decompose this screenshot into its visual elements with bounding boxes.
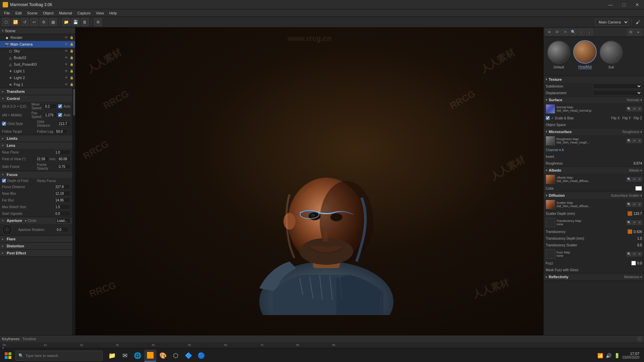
surface-section-header[interactable]: ▾ Surface Normals ▾ [544,97,644,103]
albedo-subtitle[interactable]: Albedo ▾ [629,169,642,172]
scene-item-light2[interactable]: ☀ Light 2 👁 🔒 [0,74,75,81]
roughness-search[interactable]: 🔍 [627,138,631,143]
roughness-reload[interactable]: ↺ [632,138,637,143]
albedo-reload[interactable]: ↺ [632,177,637,182]
frame-opacity-value[interactable]: 0.75 [57,164,70,169]
albedo-search[interactable]: 🔍 [627,177,631,182]
menu-edit[interactable]: Edit [13,10,24,16]
timeline-expand-btn[interactable]: ↕ [637,337,642,341]
taskbar-app-chrome[interactable]: 🔵 [195,350,207,362]
translucency-color[interactable] [628,229,632,234]
trans-depth-val[interactable]: 1.0 [637,237,642,240]
scene-eye-fog1[interactable]: 👁 [64,82,68,87]
scale-bias-checkbox[interactable] [546,116,550,120]
toolbar-btn-3[interactable]: ↺ [21,18,29,26]
follow-lag-value[interactable]: 50.0 [54,129,68,134]
aperture-dropdown[interactable]: ▾ [25,219,26,223]
network-icon[interactable]: 📶 [597,353,603,358]
scene-lock-render[interactable]: 🔒 [69,35,74,40]
scene-lock-suit[interactable]: 🔒 [69,62,74,67]
close-button[interactable]: ✕ [631,0,644,9]
albedo-clear[interactable]: ✕ [637,177,642,182]
toolbar-btn-6[interactable]: ▦ [49,18,57,26]
scene-lock-fog1[interactable]: 🔒 [69,82,74,87]
camera-selector[interactable]: Main Camera [595,19,629,25]
fuzz-clear[interactable]: ✕ [637,252,642,256]
scene-eye-light1[interactable]: 👁 [64,69,68,73]
transform-section-header[interactable]: ▸ Transform [0,88,72,95]
focus-dist-value[interactable]: 227.8 [54,184,70,189]
roughness-subtitle[interactable]: Roughness ▾ [623,130,642,134]
distortion-section-header[interactable]: ▸ Distortion [0,243,72,249]
orbit-dist-value[interactable]: 213.7 [57,121,70,126]
scatter-depth-color[interactable] [628,211,632,216]
rt-btn-5[interactable]: ↑ [578,29,585,36]
trans-scatter-val[interactable]: 0.5 [637,243,642,247]
toolbar-btn-7[interactable]: 📁 [62,18,70,26]
scene-lock-body02[interactable]: 🔒 [69,55,74,60]
control-section-header[interactable]: ▾ Control [0,95,72,102]
scene-item-sky[interactable]: ◻ Sky 👁 🔒 [0,48,75,54]
flare-section-header[interactable]: ▸ Flare [0,236,72,242]
rt-btn-8[interactable]: ▸ [635,29,642,36]
fov-value[interactable]: 22.58 [35,156,49,162]
microsurface-section-header[interactable]: ▾ Microsurface Roughness ▾ [544,128,644,135]
flip-x-label[interactable]: Flip X [611,116,620,120]
surface-normals-label[interactable]: Normals ▾ [627,98,642,102]
flip-z-label[interactable]: Flip Z [634,116,642,120]
minimize-button[interactable]: — [604,0,617,9]
toolbar-btn-1[interactable]: ⬡ [2,18,10,26]
mat-label-suit[interactable]: Suit [608,65,614,69]
flip-y-label[interactable]: Flip Y [623,116,631,120]
menu-help[interactable]: Help [107,10,120,16]
toolbar-btn-8[interactable]: 💾 [71,18,79,26]
albedo-color-swatch[interactable] [635,186,642,191]
scene-lock-light2[interactable]: 🔒 [69,75,74,80]
lens-section-header[interactable]: ▾ Lens [0,142,72,149]
dof-checkbox[interactable] [2,179,6,183]
paintbrush-button[interactable]: 🖌 [634,18,642,26]
move-speed-value[interactable]: 0.2 [43,104,57,109]
taskbar-app-zbrush[interactable]: 🔷 [182,350,195,362]
diffusion-section-header[interactable]: ▾ Diffusion Subsurface Scatter ▾ [544,192,644,199]
focus-section-header[interactable]: ▾ Focus [0,171,72,178]
scene-item-light1[interactable]: ☀ Light 1 👁 🔒 [0,68,75,74]
taskbar-app-browser[interactable]: 🌐 [131,350,144,362]
mat-preview-suit[interactable] [599,41,623,64]
mat-preview-headmat[interactable] [573,40,597,64]
mat-label-headmat[interactable]: HeadMat [578,65,592,69]
scene-item-main-camera[interactable]: 📷 Main Camera 👁 🔒 [0,41,75,48]
scatter-reload[interactable]: ↺ [632,202,637,207]
mm-value[interactable]: 60.08 [57,156,70,162]
toolbar-btn-2[interactable]: 🔁 [11,18,19,26]
scatter-clear[interactable]: ✕ [637,202,642,207]
albedo-section-header[interactable]: ▾ Albedo Albedo ▾ [544,167,644,174]
mat-label-default[interactable]: Default [553,65,564,69]
limits-section-header[interactable]: ▸ Limits [0,135,72,142]
far-blur-value[interactable]: 14.95 [54,197,70,203]
menu-object[interactable]: Object [40,10,56,16]
taskbar-search[interactable]: 🔍 Type here to search [15,351,103,361]
scene-item-render[interactable]: ◆ Render 👁 🔒 [0,34,75,41]
viewport[interactable]: www.rrcg.cn 人人素材 人人素材 RRCG RRCG RRCG 人人素… [75,27,543,335]
roughness-clear[interactable]: ✕ [637,138,642,143]
scene-lock-sky[interactable]: 🔒 [69,49,74,53]
aperture-load-btn[interactable]: Load... [55,218,70,223]
scene-eye-body02[interactable]: 👁 [64,55,68,60]
start-button[interactable] [2,350,14,362]
roughness-val[interactable]: 0.574 [634,162,642,165]
scatter-search[interactable]: 🔍 [627,202,631,207]
menu-file[interactable]: File [1,10,13,16]
normal-map-search[interactable]: 🔍 [627,107,631,111]
max-bokeh-value[interactable]: 1.5 [54,204,70,209]
taskbar-app-photoshop[interactable]: 🎨 [157,350,169,362]
orbit-style-checkbox[interactable] [2,122,6,126]
reflectivity-section-header[interactable]: ▸ Reflectivity Metalness ▾ [544,274,644,280]
battery-icon[interactable]: 🔋 [614,353,620,358]
toolbar-btn-4[interactable]: ↩ [30,18,38,26]
rt-btn-1[interactable]: ⊕ [546,29,552,36]
scene-item-suit[interactable]: △ Suit_Posed03 👁 🔒 [0,61,75,68]
scene-eye-camera[interactable]: 👁 [64,42,68,47]
channel-label[interactable]: Channel ▾ A [546,148,642,152]
menu-view[interactable]: View [93,10,107,16]
